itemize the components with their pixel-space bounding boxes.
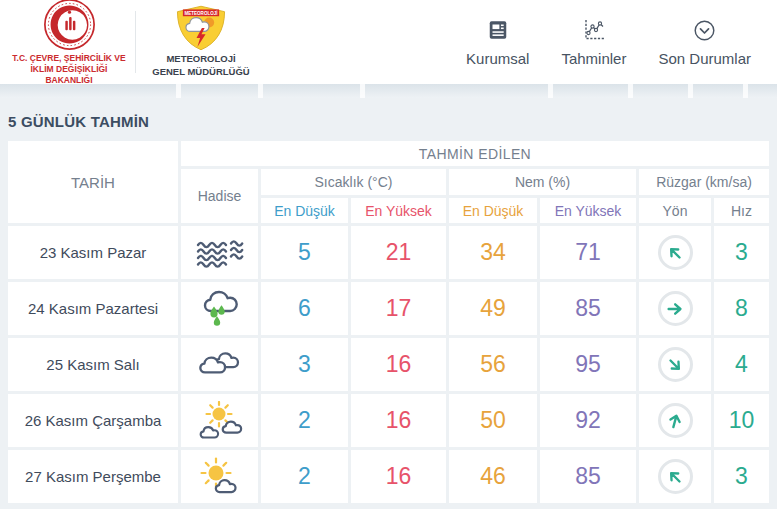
hum-min-value: 34: [449, 226, 537, 279]
mgm-name-line1: METEOROLOJİ: [166, 53, 235, 64]
page-title: 5 GÜNLÜK TAHMİN: [8, 113, 769, 130]
temp-max-value: 16: [351, 394, 446, 447]
ministry-emblem-icon: [43, 0, 96, 51]
wind-speed-value: 10: [714, 394, 769, 447]
menu-separator: [548, 84, 553, 98]
hum-max-value: 85: [540, 282, 636, 335]
col-header-temperature: Sıcaklık (°C): [261, 169, 446, 195]
mgm-shield-icon: METEOROLOJİ: [172, 5, 230, 51]
col-header-temp-max: En Yüksek: [351, 198, 446, 223]
wind-direction-ring: [658, 235, 693, 270]
content-area: 5 GÜNLÜK TAHMİN TARİH TAHMİN EDİLEN Hadi…: [0, 113, 777, 503]
temp-min-value: 6: [261, 282, 348, 335]
nav-label: Kurumsal: [466, 50, 529, 67]
wind-direction-cell: [639, 282, 711, 335]
header-divider: [135, 11, 136, 73]
col-header-wind: Rüzgar (km/sa): [639, 169, 769, 195]
col-header-wind-dir: Yön: [639, 198, 711, 223]
wind-direction-arrow: [661, 350, 689, 378]
menu-separator: [628, 84, 633, 98]
hum-max-value: 85: [540, 450, 636, 503]
row-date: 24 Kasım Pazartesi: [8, 282, 178, 335]
wind-direction-arrow: [665, 299, 685, 319]
ministry-name: T.C. ÇEVRE, ŞEHİRCİLİK VE İKLİM DEĞİŞİKL…: [10, 53, 128, 87]
ministry-name-line1: T.C. ÇEVRE, ŞEHİRCİLİK VE: [12, 53, 125, 63]
col-header-wind-speed: Hız: [714, 198, 769, 223]
rain-icon: [181, 282, 258, 335]
wind-direction-ring: [658, 459, 693, 494]
row-date: 23 Kasım Pazar: [8, 226, 178, 279]
temp-min-value: 3: [261, 338, 348, 391]
temp-max-value: 21: [351, 226, 446, 279]
clouds-icon: [181, 338, 258, 391]
wind-direction-cell: [639, 226, 711, 279]
hum-max-value: 95: [540, 338, 636, 391]
row-date: 25 Kasım Salı: [8, 338, 178, 391]
col-header-date: TARİH: [8, 141, 178, 223]
nav-item-son-durumlar[interactable]: Son Durumlar: [658, 18, 751, 67]
row-date: 27 Kasım Perşembe: [8, 450, 178, 503]
hum-max-value: 71: [540, 226, 636, 279]
temp-max-value: 16: [351, 450, 446, 503]
nav-label: Tahminler: [561, 50, 626, 67]
menu-separator: [688, 84, 693, 98]
wind-direction-ring: [658, 291, 693, 326]
menu-separator: [743, 84, 748, 98]
wind-direction-cell: [639, 338, 711, 391]
wind-speed-value: 4: [714, 338, 769, 391]
mgm-name: METEOROLOJİ GENEL MÜDÜRLÜĞÜ: [152, 53, 249, 79]
wind-direction-arrow: [661, 238, 689, 266]
ministry-logo[interactable]: T.C. ÇEVRE, ŞEHİRCİLİK VE İKLİM DEĞİŞİKL…: [10, 0, 128, 86]
menu-separator: [176, 84, 181, 98]
fog-icon: [181, 226, 258, 279]
wind-speed-value: 8: [714, 282, 769, 335]
mgm-banner-text: METEOROLOJİ: [185, 10, 218, 16]
hum-max-value: 92: [540, 394, 636, 447]
temp-min-value: 5: [261, 226, 348, 279]
col-header-condition: Hadise: [181, 169, 258, 223]
hum-min-value: 46: [449, 450, 537, 503]
menu-separator: [258, 84, 263, 98]
sun-clouds-icon: [181, 394, 258, 447]
mgm-logo[interactable]: METEOROLOJİ METEOROLOJİ GENEL MÜDÜRLÜĞÜ: [149, 5, 253, 79]
ministry-name-line2: İKLİM DEĞİŞİKLİĞİ BAKANLIĞI: [31, 64, 108, 85]
hum-min-value: 56: [449, 338, 537, 391]
row-date: 26 Kasım Çarşamba: [8, 394, 178, 447]
hum-min-value: 49: [449, 282, 537, 335]
col-header-temp-min: En Düşük: [261, 198, 348, 223]
document-icon: [487, 18, 509, 42]
wind-direction-cell: [639, 450, 711, 503]
wind-speed-value: 3: [714, 226, 769, 279]
wind-direction-arrow: [663, 408, 687, 432]
col-header-hum-min: En Düşük: [449, 198, 537, 223]
wind-direction-ring: [658, 403, 693, 438]
menu-separator: [360, 84, 365, 98]
temp-max-value: 17: [351, 282, 446, 335]
col-header-humidity: Nem (%): [449, 169, 636, 195]
wind-direction-ring: [658, 347, 693, 382]
wind-direction-arrow: [661, 462, 689, 490]
sun-cloud-icon: [181, 450, 258, 503]
col-header-hum-max: En Yüksek: [540, 198, 636, 223]
col-header-predicted: TAHMİN EDİLEN: [181, 141, 769, 166]
main-nav: Kurumsal Tahminler: [466, 18, 751, 67]
wind-speed-value: 3: [714, 450, 769, 503]
temp-min-value: 2: [261, 394, 348, 447]
site-header: T.C. ÇEVRE, ŞEHİRCİLİK VE İKLİM DEĞİŞİKL…: [0, 0, 777, 84]
line-chart-icon: [582, 18, 606, 42]
secondary-menu-bar: [0, 84, 777, 98]
nav-label: Son Durumlar: [658, 50, 751, 67]
nav-item-tahminler[interactable]: Tahminler: [561, 18, 626, 67]
forecast-table: TARİH TAHMİN EDİLEN Hadise Sıcaklık (°C)…: [8, 141, 769, 503]
wind-direction-cell: [639, 394, 711, 447]
temp-max-value: 16: [351, 338, 446, 391]
mgm-name-line2: GENEL MÜDÜRLÜĞÜ: [152, 66, 249, 77]
circle-chevron-down-icon: [693, 18, 716, 42]
temp-min-value: 2: [261, 450, 348, 503]
hum-min-value: 50: [449, 394, 537, 447]
nav-item-kurumsal[interactable]: Kurumsal: [466, 18, 529, 67]
